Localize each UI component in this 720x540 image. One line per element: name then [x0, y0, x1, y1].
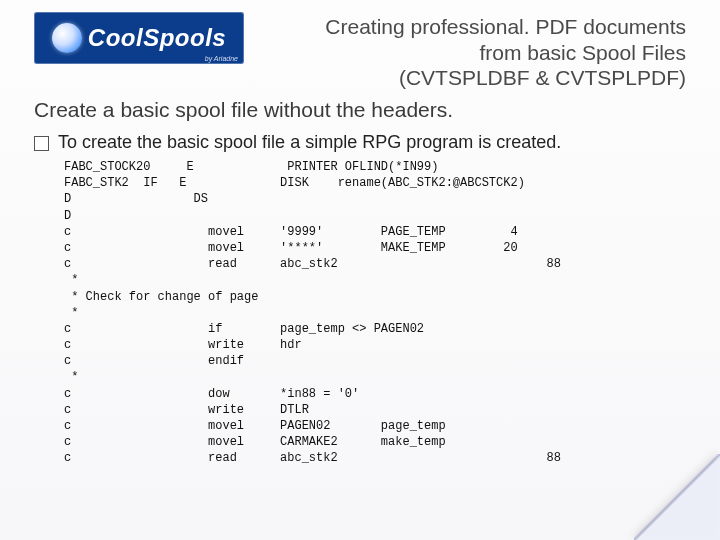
title-line-1: Creating professional. PDF documents: [258, 14, 686, 40]
logo-sphere-icon: [52, 23, 82, 53]
bullet-text: To create the basic spool file a simple …: [58, 132, 561, 153]
header-row: CoolSpools by Ariadne Creating professio…: [34, 12, 686, 91]
logo-word-spools: Spools: [143, 24, 226, 51]
title-line-3: (CVTSPLDBF & CVTSPLPDF): [258, 65, 686, 91]
slide-title: Creating professional. PDF documents fro…: [258, 12, 686, 91]
logo-word-cool: Cool: [88, 24, 143, 51]
bullet-item: To create the basic spool file a simple …: [34, 132, 686, 153]
checkbox-icon: [34, 136, 49, 151]
logo-byline: by Ariadne: [205, 55, 238, 62]
slide-subtitle: Create a basic spool file without the he…: [34, 97, 686, 122]
page-curl-icon: [634, 454, 720, 540]
slide: CoolSpools by Ariadne Creating professio…: [0, 0, 720, 540]
logo-text: CoolSpools: [88, 24, 226, 52]
brand-logo: CoolSpools by Ariadne: [34, 12, 244, 64]
title-line-2: from basic Spool Files: [258, 40, 686, 66]
code-block: FABC_STOCK20 E PRINTER OFLIND(*IN99) FAB…: [64, 159, 686, 467]
